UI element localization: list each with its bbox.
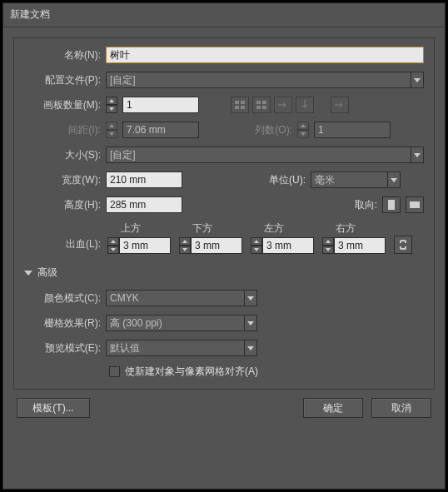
name-row: 名称(N): 树叶 — [24, 47, 424, 63]
colormode-select[interactable]: CMYK — [106, 290, 257, 306]
window-title: 新建文档 — [10, 8, 50, 20]
svg-rect-1 — [241, 101, 245, 104]
bleed-right-label: 右方 — [322, 221, 387, 236]
spacing-input: 7.06 mm — [122, 122, 199, 138]
bleed-left-label: 左方 — [251, 221, 316, 236]
raster-select[interactable]: 高 (300 ppi) — [106, 315, 257, 331]
cols-label: 列数(O): — [242, 123, 292, 137]
bleed-bottom-col: 下方 3 mm — [179, 221, 244, 254]
raster-value: 高 (300 ppi) — [106, 315, 244, 331]
link-icon — [399, 239, 407, 251]
height-label: 高度(H): — [24, 198, 101, 212]
width-label: 宽度(W): — [24, 173, 101, 187]
bleed-bottom-spinner[interactable] — [179, 237, 191, 254]
dropdown-icon — [387, 171, 401, 188]
colormode-label: 颜色模式(C): — [24, 291, 101, 306]
units-select[interactable]: 毫米 — [311, 171, 401, 188]
colormode-value: CMYK — [106, 290, 244, 306]
artboard-arrange-group — [231, 97, 314, 113]
artboard-count-spinner[interactable] — [106, 97, 117, 113]
bleed-left-input[interactable]: 3 mm — [262, 237, 314, 254]
bleed-link-button[interactable] — [394, 236, 412, 254]
profile-row: 配置文件(P): [自定] — [24, 72, 424, 88]
profile-label: 配置文件(P): — [24, 73, 101, 87]
size-label: 大小(S): — [24, 148, 101, 162]
profile-value: [自定] — [106, 72, 411, 88]
dropdown-icon — [244, 340, 257, 356]
titlebar: 新建文档 — [3, 3, 445, 27]
orientation-label: 取向: — [355, 198, 377, 212]
main-panel: 名称(N): 树叶 配置文件(P): [自定] 画板数量(M): 1 — [13, 37, 435, 390]
advanced-disclosure[interactable]: 高级 — [24, 262, 424, 281]
width-units-row: 宽度(W): 210 mm 单位(U): 毫米 — [24, 171, 424, 188]
svg-rect-5 — [262, 101, 266, 104]
bleed-left-spinner[interactable] — [251, 237, 262, 254]
spacing-spinner — [106, 122, 117, 138]
bleed-left-col: 左方 3 mm — [251, 221, 316, 254]
preview-value: 默认值 — [106, 340, 244, 356]
cols-spinner — [297, 122, 309, 138]
artboard-count-input[interactable]: 1 — [122, 97, 199, 113]
size-row: 大小(S): [自定] — [24, 147, 424, 163]
artboard-count-label: 画板数量(M): — [24, 98, 101, 112]
bleed-bottom-input[interactable]: 3 mm — [191, 237, 242, 254]
orientation-portrait-button[interactable] — [382, 196, 401, 213]
orientation-landscape-button[interactable] — [406, 196, 424, 213]
preview-row: 预览模式(E): 默认值 — [24, 340, 424, 356]
units-label: 单位(U): — [256, 173, 306, 187]
name-input[interactable]: 树叶 — [106, 47, 424, 63]
arrange-grid-col-icon[interactable] — [252, 97, 271, 113]
size-value: [自定] — [106, 147, 411, 163]
profile-select[interactable]: [自定] — [106, 72, 424, 88]
units-value: 毫米 — [311, 171, 387, 188]
disclosure-triangle-icon — [24, 271, 32, 276]
name-label: 名称(N): — [24, 48, 101, 62]
colormode-row: 颜色模式(C): CMYK — [24, 290, 424, 306]
bleed-label: 出血(L): — [24, 237, 101, 254]
arrange-col-ttb-icon[interactable] — [296, 97, 314, 113]
size-select[interactable]: [自定] — [106, 147, 424, 163]
bleed-right-spinner[interactable] — [322, 237, 334, 254]
cols-input: 1 — [314, 122, 391, 138]
svg-rect-4 — [256, 101, 261, 104]
raster-row: 栅格效果(R): 高 (300 ppi) — [24, 315, 424, 331]
bleed-top-label: 上方 — [107, 221, 172, 236]
height-orient-row: 高度(H): 285 mm 取向: — [24, 196, 424, 213]
artboard-count-row: 画板数量(M): 1 — [24, 97, 424, 113]
preview-select[interactable]: 默认值 — [106, 340, 257, 356]
cancel-button[interactable]: 取消 — [371, 398, 431, 418]
footer: 模板(T)... 确定 取消 — [13, 396, 435, 418]
arrange-rtl-icon[interactable] — [331, 97, 349, 113]
bleed-row: 出血(L): 上方 3 mm 下方 3 mm 左方 — [24, 221, 424, 254]
svg-rect-7 — [262, 106, 266, 109]
advanced-label: 高级 — [37, 266, 57, 280]
svg-rect-2 — [235, 106, 239, 109]
new-document-dialog: 新建文档 名称(N): 树叶 配置文件(P): [自定] 画板数量(M): — [2, 2, 446, 490]
dropdown-icon — [411, 147, 424, 163]
preview-label: 预览模式(E): — [24, 341, 101, 355]
bleed-bottom-label: 下方 — [179, 221, 244, 236]
dialog-body: 名称(N): 树叶 配置文件(P): [自定] 画板数量(M): 1 — [3, 27, 445, 489]
svg-rect-6 — [256, 106, 261, 109]
dropdown-icon — [411, 72, 424, 88]
arrange-grid-row-icon[interactable] — [231, 97, 249, 113]
dropdown-icon — [244, 315, 257, 331]
bleed-right-input[interactable]: 3 mm — [334, 237, 386, 254]
bleed-top-spinner[interactable] — [107, 237, 119, 254]
svg-rect-0 — [235, 101, 239, 104]
bleed-top-col: 上方 3 mm — [107, 221, 172, 254]
align-pixel-row: 使新建对象与像素网格对齐(A) — [109, 365, 424, 379]
arrange-row-ltr-icon[interactable] — [274, 97, 292, 113]
spacing-cols-row: 间距(I): 7.06 mm 列数(O): 1 — [24, 122, 424, 138]
template-button[interactable]: 模板(T)... — [17, 398, 90, 418]
raster-label: 栅格效果(R): — [24, 316, 101, 330]
align-pixel-label: 使新建对象与像素网格对齐(A) — [125, 365, 258, 379]
bleed-top-input[interactable]: 3 mm — [119, 237, 171, 254]
align-pixel-checkbox[interactable] — [109, 366, 120, 377]
svg-rect-3 — [241, 106, 245, 109]
ok-button[interactable]: 确定 — [303, 398, 363, 418]
bleed-right-col: 右方 3 mm — [322, 221, 387, 254]
width-input[interactable]: 210 mm — [106, 171, 182, 188]
dropdown-icon — [244, 290, 257, 306]
height-input[interactable]: 285 mm — [106, 196, 182, 213]
